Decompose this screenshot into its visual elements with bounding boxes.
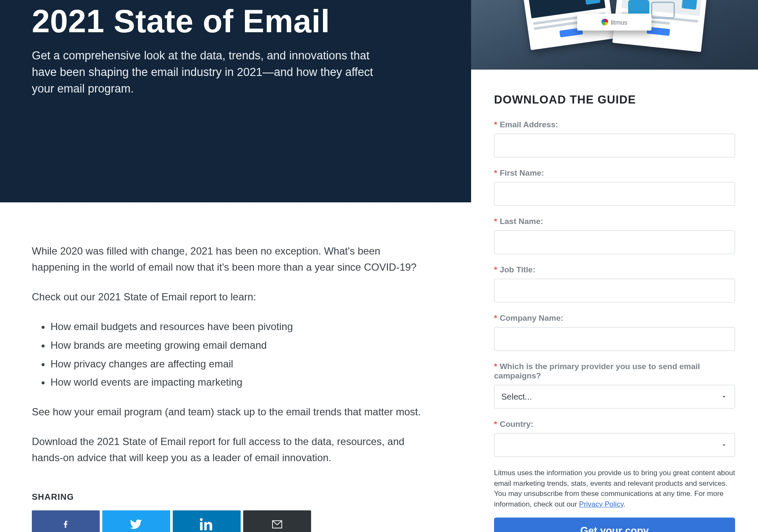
closing-paragraph: See how your email program (and team) st… bbox=[32, 404, 422, 420]
article-body: While 2020 was filled with change, 2021 … bbox=[0, 202, 454, 492]
bullet-item: How email budgets and resources have bee… bbox=[51, 319, 422, 335]
twitter-icon bbox=[129, 518, 144, 532]
brand-label: litmus bbox=[611, 19, 627, 26]
email-icon bbox=[270, 519, 285, 532]
last-name-label: *Last Name: bbox=[494, 217, 735, 226]
provider-select[interactable]: Select... bbox=[494, 385, 735, 409]
linkedin-icon bbox=[200, 518, 213, 532]
bullet-item: How privacy changes are affecting email bbox=[51, 356, 422, 372]
country-select[interactable] bbox=[494, 433, 735, 457]
job-title-field[interactable] bbox=[494, 279, 735, 302]
share-email-button[interactable] bbox=[243, 510, 311, 532]
provider-label: *Which is the primary provider you use t… bbox=[494, 362, 735, 381]
bullet-list: How email budgets and resources have bee… bbox=[51, 319, 422, 391]
share-facebook-button[interactable] bbox=[32, 510, 100, 532]
privacy-policy-link[interactable]: Privacy Policy bbox=[579, 500, 623, 508]
closing-paragraph: Download the 2021 State of Email report … bbox=[32, 434, 422, 466]
first-name-label: *First Name: bbox=[494, 168, 735, 178]
first-name-field[interactable] bbox=[494, 182, 735, 206]
job-title-label: *Job Title: bbox=[494, 265, 735, 274]
privacy-disclaimer: Litmus uses the information you provide … bbox=[494, 468, 735, 510]
email-field[interactable] bbox=[494, 134, 735, 157]
company-name-field[interactable] bbox=[494, 327, 735, 351]
form-heading: DOWNLOAD THE GUIDE bbox=[494, 93, 735, 106]
country-label: *Country: bbox=[494, 420, 735, 429]
page-title: 2021 State of Email bbox=[32, 0, 439, 38]
submit-button[interactable]: Get your copy bbox=[494, 518, 735, 532]
share-linkedin-button[interactable] bbox=[173, 510, 241, 532]
bullet-item: How brands are meeting growing email dem… bbox=[51, 337, 422, 353]
email-label: *Email Address: bbox=[494, 120, 735, 129]
hero-banner: 2021 State of Email Get a comprehensive … bbox=[0, 0, 471, 202]
page-subtitle: Get a comprehensive look at the data, tr… bbox=[32, 48, 384, 97]
company-name-label: *Company Name: bbox=[494, 314, 735, 323]
last-name-field[interactable] bbox=[494, 230, 735, 254]
sharing-heading: SHARING bbox=[32, 492, 439, 502]
guide-preview-image: litmus bbox=[471, 0, 758, 70]
facebook-icon bbox=[62, 517, 70, 532]
lead-in-paragraph: Check out our 2021 State of Email report… bbox=[32, 289, 422, 305]
bullet-item: How world events are impacting marketing bbox=[51, 374, 422, 390]
share-twitter-button[interactable] bbox=[102, 510, 170, 532]
intro-paragraph: While 2020 was filled with change, 2021 … bbox=[32, 243, 422, 275]
